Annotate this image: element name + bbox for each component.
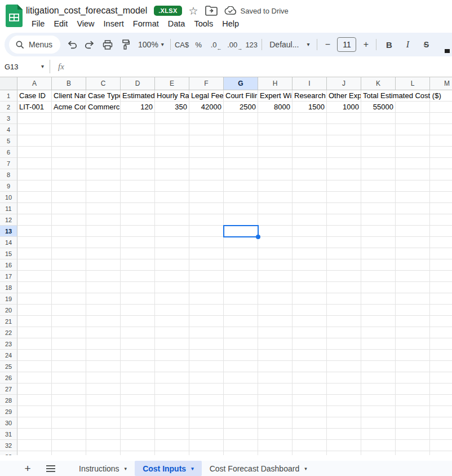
cell-B20[interactable] xyxy=(52,305,86,316)
row-header-23[interactable]: 23 xyxy=(0,338,17,350)
cell-B27[interactable] xyxy=(52,384,86,395)
cell-J8[interactable] xyxy=(327,169,361,180)
cell-A7[interactable] xyxy=(17,158,52,169)
cell-C29[interactable] xyxy=(86,406,121,417)
cell-F4[interactable] xyxy=(189,124,224,135)
cell-L6[interactable] xyxy=(396,147,430,158)
cell-I15[interactable] xyxy=(293,248,327,259)
cell-C8[interactable] xyxy=(86,169,121,180)
cell-L4[interactable] xyxy=(396,124,430,135)
cell-M26[interactable] xyxy=(430,372,452,384)
cell-D30[interactable] xyxy=(121,417,155,429)
cell-L12[interactable] xyxy=(396,214,430,226)
decrease-font-size-button[interactable]: − xyxy=(321,37,334,52)
cell-A12[interactable] xyxy=(17,214,52,226)
cell-L2[interactable] xyxy=(396,102,430,113)
cell-H4[interactable] xyxy=(258,124,293,135)
cell-H18[interactable] xyxy=(258,282,293,293)
cell-C22[interactable] xyxy=(86,327,121,338)
cell-D24[interactable] xyxy=(121,350,155,361)
cell-J25[interactable] xyxy=(327,361,361,372)
all-sheets-menu-icon[interactable] xyxy=(46,465,55,472)
cell-H13[interactable] xyxy=(258,226,293,237)
cell-L14[interactable] xyxy=(396,237,430,248)
cell-J30[interactable] xyxy=(327,417,361,429)
menu-edit[interactable]: Edit xyxy=(49,18,72,29)
cell-I12[interactable] xyxy=(293,214,327,226)
cell-A32[interactable] xyxy=(17,440,52,451)
cell-K32[interactable] xyxy=(361,440,396,451)
cell-G3[interactable] xyxy=(224,113,258,124)
cell-B13[interactable] xyxy=(52,226,86,237)
cell-I10[interactable] xyxy=(293,192,327,203)
cell-E15[interactable] xyxy=(155,248,189,259)
cell-C25[interactable] xyxy=(86,361,121,372)
cell-I3[interactable] xyxy=(293,113,327,124)
cell-J4[interactable] xyxy=(327,124,361,135)
cell-C20[interactable] xyxy=(86,305,121,316)
menu-data[interactable]: Data xyxy=(163,18,190,29)
cell-I18[interactable] xyxy=(293,282,327,293)
cell-D8[interactable] xyxy=(121,169,155,180)
selected-cell-outline[interactable] xyxy=(223,225,259,237)
cell-K9[interactable] xyxy=(361,180,396,192)
zoom-select[interactable]: 100% ▾ xyxy=(138,40,164,49)
cell-K27[interactable] xyxy=(361,384,396,395)
row-header-10[interactable]: 10 xyxy=(0,192,17,203)
cell-D29[interactable] xyxy=(121,406,155,417)
cell-E19[interactable] xyxy=(155,293,189,305)
cell-J21[interactable] xyxy=(327,316,361,327)
row-header-28[interactable]: 28 xyxy=(0,395,17,406)
cell-B25[interactable] xyxy=(52,361,86,372)
column-header-A[interactable]: A xyxy=(17,77,52,90)
cell-K15[interactable] xyxy=(361,248,396,259)
row-header-26[interactable]: 26 xyxy=(0,372,17,384)
cell-C21[interactable] xyxy=(86,316,121,327)
cell-H28[interactable] xyxy=(258,395,293,406)
cell-L16[interactable] xyxy=(396,259,430,271)
cell-G7[interactable] xyxy=(224,158,258,169)
cell-A18[interactable] xyxy=(17,282,52,293)
row-header-13[interactable]: 13 xyxy=(0,226,17,237)
cell-G11[interactable] xyxy=(224,203,258,214)
cell-I6[interactable] xyxy=(293,147,327,158)
cell-F31[interactable] xyxy=(189,429,224,440)
cell-B30[interactable] xyxy=(52,417,86,429)
cell-M23[interactable] xyxy=(430,338,452,350)
cell-H21[interactable] xyxy=(258,316,293,327)
cell-B19[interactable] xyxy=(52,293,86,305)
cell-J2[interactable]: 1000 xyxy=(327,102,361,113)
cell-I2[interactable]: 1500 xyxy=(293,102,327,113)
cell-A17[interactable] xyxy=(17,271,52,282)
cell-J12[interactable] xyxy=(327,214,361,226)
cell-I22[interactable] xyxy=(293,327,327,338)
cell-G25[interactable] xyxy=(224,361,258,372)
row-header-16[interactable]: 16 xyxy=(0,259,17,271)
cell-C27[interactable] xyxy=(86,384,121,395)
cell-I31[interactable] xyxy=(293,429,327,440)
cell-E11[interactable] xyxy=(155,203,189,214)
row-header-2[interactable]: 2 xyxy=(0,102,17,113)
row-header-7[interactable]: 7 xyxy=(0,158,17,169)
cell-M24[interactable] xyxy=(430,350,452,361)
column-header-M[interactable]: M xyxy=(430,77,452,90)
cell-M27[interactable] xyxy=(430,384,452,395)
cell-K24[interactable] xyxy=(361,350,396,361)
cell-D7[interactable] xyxy=(121,158,155,169)
cell-A9[interactable] xyxy=(17,180,52,192)
cell-A13[interactable] xyxy=(17,226,52,237)
cell-L7[interactable] xyxy=(396,158,430,169)
cell-E13[interactable] xyxy=(155,226,189,237)
cell-H15[interactable] xyxy=(258,248,293,259)
cell-K16[interactable] xyxy=(361,259,396,271)
cell-D17[interactable] xyxy=(121,271,155,282)
menu-view[interactable]: View xyxy=(72,18,99,29)
cell-L18[interactable] xyxy=(396,282,430,293)
column-header-D[interactable]: D xyxy=(121,77,155,90)
cell-I1[interactable]: Research xyxy=(293,90,327,102)
cell-K4[interactable] xyxy=(361,124,396,135)
cell-J19[interactable] xyxy=(327,293,361,305)
cell-G15[interactable] xyxy=(224,248,258,259)
cell-D16[interactable] xyxy=(121,259,155,271)
cell-I23[interactable] xyxy=(293,338,327,350)
